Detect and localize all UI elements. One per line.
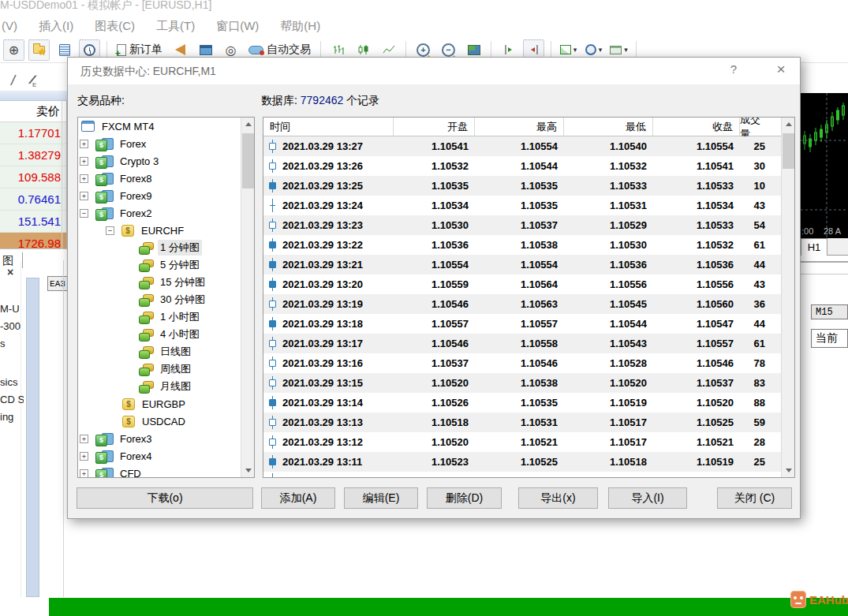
tree-item-eurgbp[interactable]: EURGBP	[78, 395, 241, 413]
menu-item-V[interactable]: (V)	[2, 19, 17, 34]
history-row[interactable]: 2021.03.29 13:181.105571.105571.105441.1…	[263, 314, 781, 334]
market-watch-row[interactable]: 109.588	[0, 166, 66, 189]
tree-item-5-分钟图[interactable]: 5 分钟图	[78, 256, 241, 274]
history-row[interactable]: 2021.03.29 13:191.105461.105631.105451.1…	[263, 294, 781, 314]
history-row[interactable]: 2021.03.29 13:141.105261.105351.105191.1…	[263, 393, 781, 413]
download-button[interactable]: 下载(o)	[77, 487, 253, 509]
tree-item-cfd[interactable]: +CFD	[78, 465, 241, 477]
history-row[interactable]: 2021.03.29 13:271.105411.105541.105401.1…	[263, 136, 781, 156]
history-row[interactable]: 2021.03.29 13:261.105321.105441.105321.1…	[263, 156, 781, 176]
tree-item-forex3[interactable]: +Forex3	[78, 430, 241, 447]
history-row[interactable]: 2021.03.29 13:231.105301.105371.105291.1…	[263, 215, 781, 235]
expand-plus-icon[interactable]: +	[80, 174, 88, 183]
tree-item-forex8[interactable]: +Forex8	[78, 170, 241, 187]
expand-plus-icon[interactable]: +	[80, 469, 88, 478]
scroll-thumb[interactable]	[783, 133, 794, 169]
market-watch-row[interactable]: 151.541	[0, 211, 66, 233]
menu-item-窗口W[interactable]: 窗口(W)	[216, 19, 259, 34]
expand-plus-icon[interactable]: +	[80, 435, 88, 443]
tree-item-月线图[interactable]: 月线图	[78, 378, 241, 395]
column-header-open[interactable]: 开盘	[394, 118, 475, 136]
tree-item-forex4[interactable]: +Forex4	[78, 447, 241, 465]
history-row[interactable]: 2021.03.29 13:241.105341.105351.105311.1…	[263, 196, 781, 215]
scroll-up-icon[interactable]	[241, 118, 255, 131]
tree-item-forex[interactable]: +Forex	[78, 135, 241, 152]
history-row[interactable]: 2021.03.29 13:151.105201.105381.105201.1…	[263, 373, 781, 393]
high-cell: 1.10544	[475, 156, 564, 176]
favorites-icon[interactable]: ★	[28, 39, 50, 61]
tree-item-forex9[interactable]: +Forex9	[78, 187, 241, 204]
tree-item-label: Forex3	[118, 432, 154, 446]
tree-item-周线图[interactable]: 周线图	[78, 360, 241, 378]
close-dialog-button[interactable]: ×	[770, 61, 792, 81]
column-header-time[interactable]: 时间	[263, 118, 394, 136]
tree-item-forex2[interactable]: −Forex2	[78, 204, 241, 222]
table-scrollbar[interactable]	[781, 118, 794, 477]
history-row[interactable]: 2021.03.29 13:251.105351.105351.105331.1…	[263, 176, 781, 196]
close-button[interactable]: 关闭 (C)	[717, 487, 792, 509]
column-header-high[interactable]: 最高	[475, 118, 564, 136]
collapse-minus-icon[interactable]: −	[80, 209, 88, 218]
column-header-volume[interactable]: 成交量	[740, 118, 781, 136]
tree-item-usdcad[interactable]: USDCAD	[78, 413, 241, 430]
column-header-close[interactable]: 收盘	[653, 118, 740, 136]
scroll-down-icon[interactable]	[241, 464, 255, 477]
open-cell: 1.10530	[394, 215, 475, 235]
expand-plus-icon[interactable]: +	[80, 452, 88, 461]
expand-plus-icon[interactable]: +	[80, 192, 88, 200]
collapse-minus-icon[interactable]: −	[106, 226, 114, 235]
history-row[interactable]: 2021.03.29 13:161.105371.105461.105281.1…	[263, 353, 781, 373]
ea-label-box[interactable]: EA3	[47, 276, 68, 291]
history-row[interactable]: 2021.03.29 13:131.105181.105311.105171.1…	[263, 413, 781, 432]
import-button[interactable]: 导入(I)	[608, 487, 687, 509]
tree-item-4-小时图[interactable]: 4 小时图	[78, 326, 241, 343]
tree-item-crypto-3[interactable]: +Crypto 3	[78, 152, 241, 170]
time-value: 2021.03.29 13:15	[282, 377, 363, 389]
history-row[interactable]: 2021.03.29 13:171.105461.105581.105431.1…	[263, 334, 781, 353]
cycle-lines-icon[interactable]: ∕∕∕E	[32, 73, 34, 89]
close-cell: 1.10534	[653, 196, 740, 215]
history-row[interactable]: 2021.03.29 13:221.105361.105381.105301.1…	[263, 235, 781, 255]
volume-cell: 43	[740, 196, 781, 215]
tree-item-1-小时图[interactable]: 1 小时图	[78, 308, 241, 326]
timeframe-box[interactable]: M15	[811, 304, 848, 319]
crosshair-icon[interactable]: ⊕	[3, 39, 24, 61]
column-header-low[interactable]: 最低	[564, 118, 653, 136]
menu-item-图表C[interactable]: 图表(C)	[95, 19, 135, 34]
menu-item-插入I[interactable]: 插入(I)	[39, 19, 73, 34]
sell-price-column-header[interactable]: 卖价	[0, 101, 66, 122]
tree-item-eurchf[interactable]: −EURCHF	[78, 222, 241, 239]
scroll-thumb[interactable]	[242, 133, 254, 189]
help-button[interactable]: ?	[724, 62, 743, 80]
chart-tab-h1[interactable]: H1	[801, 238, 827, 256]
tree-item-1-分钟图[interactable]: 1 分钟图	[78, 239, 241, 256]
tree-item-15-分钟图[interactable]: 15 分钟图	[78, 274, 241, 291]
eahub-logo[interactable]: EAHub	[790, 591, 848, 608]
scroll-up-icon[interactable]	[782, 118, 795, 131]
scroll-down-icon[interactable]	[782, 464, 795, 477]
dialog-titlebar[interactable]: 历史数据中心: EURCHF,M1 ? ×	[68, 58, 800, 84]
edit-button[interactable]: 编辑(E)	[344, 487, 418, 509]
tree-item-日线图[interactable]: 日线图	[78, 343, 241, 360]
expand-plus-icon[interactable]: +	[80, 140, 88, 148]
tree-scrollbar[interactable]	[241, 118, 254, 477]
period-select-box[interactable]: 当前	[811, 329, 848, 348]
export-button[interactable]: 导出(x)	[518, 487, 598, 509]
tree-item-30-分钟图[interactable]: 30 分钟图	[78, 291, 241, 308]
market-watch-row[interactable]: 1.38279	[0, 144, 66, 166]
close-panel-icon[interactable]: ×	[7, 266, 13, 278]
history-row[interactable]: 2021.03.29 13:211.105541.105541.105361.1…	[263, 255, 781, 274]
trendline-icon[interactable]: /	[11, 73, 15, 89]
market-watch-row[interactable]: 0.76461	[0, 189, 66, 211]
market-watch-row[interactable]: 1.17701	[0, 122, 66, 144]
market-watch-row[interactable]: 1726.98	[0, 233, 66, 249]
history-row[interactable]: 2021.03.29 13:111.105231.105251.105181.1…	[263, 452, 781, 472]
menu-item-工具T[interactable]: 工具(T)	[156, 19, 195, 34]
history-row[interactable]: 2021.03.29 13:201.105591.105641.105561.1…	[263, 274, 781, 294]
expand-plus-icon[interactable]: +	[80, 157, 88, 166]
menu-item-帮助H[interactable]: 帮助(H)	[280, 19, 320, 34]
tree-item-fxcm-mt4[interactable]: FXCM MT4	[78, 118, 241, 135]
add-button[interactable]: 添加(A)	[261, 487, 335, 509]
delete-button[interactable]: 删除(D)	[427, 487, 502, 509]
history-row[interactable]: 2021.03.29 13:121.105201.105211.105171.1…	[263, 432, 781, 452]
